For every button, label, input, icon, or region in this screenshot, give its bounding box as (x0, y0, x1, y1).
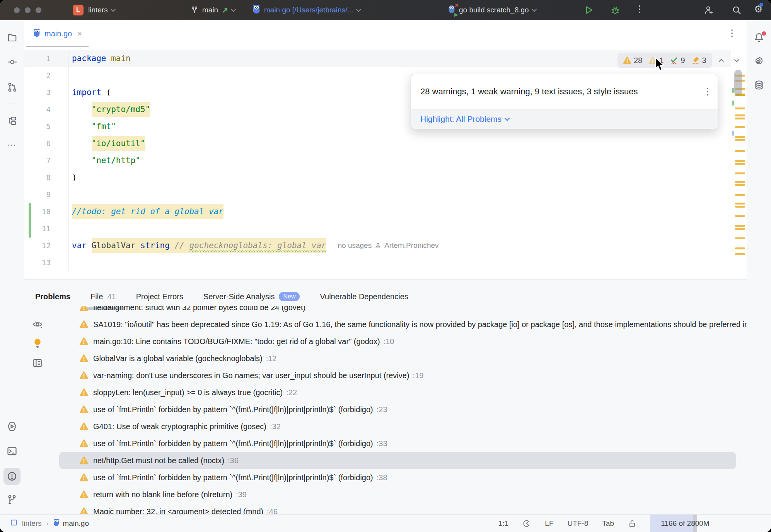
code-line-12[interactable]: 12var GlobalVar string // gochecknogloba… (24, 237, 731, 254)
close-icon[interactable]: × (77, 29, 82, 38)
problem-row[interactable]: Magic number: 32, in <argument> detected… (24, 503, 747, 514)
inspection-widget[interactable]: 28 1 9 3 (617, 53, 743, 68)
warning-stripe-mark[interactable] (735, 228, 745, 230)
structure-icon[interactable] (3, 112, 20, 129)
vcs-stripe-mark[interactable] (732, 88, 734, 93)
code-line-13[interactable]: 13 (24, 254, 731, 271)
run-tool-window-icon[interactable] (3, 418, 20, 435)
inspections-status-icon[interactable] (522, 519, 531, 528)
caret-position[interactable]: 1:1 (498, 519, 508, 528)
problem-row[interactable]: GlobalVar is a global variable (gocheckn… (24, 350, 747, 367)
traffic-light-close[interactable] (14, 7, 20, 13)
project-folder-icon[interactable] (3, 29, 20, 46)
problem-row[interactable]: use of `fmt.Println` forbidden by patter… (24, 469, 747, 486)
warning-stripe-mark[interactable] (735, 163, 745, 165)
settings-gear-icon[interactable]: ⚙ (754, 3, 762, 15)
warning-stripe-mark[interactable] (735, 150, 745, 152)
panel-title[interactable]: Problems (35, 292, 70, 301)
run-configuration-widget[interactable]: × ▶ go build scratch_8.go (448, 0, 536, 20)
code-line-7[interactable]: 7 "net/http" (24, 152, 731, 169)
info-stripe-mark[interactable] (732, 131, 734, 136)
warning-stripe-mark[interactable] (735, 237, 745, 239)
traffic-light-minimize[interactable] (25, 7, 31, 13)
warning-stripe-mark[interactable] (735, 181, 745, 183)
warning-stripe-mark[interactable] (735, 184, 745, 186)
problem-row[interactable]: SA1019: "io/ioutil" has been deprecated … (24, 316, 747, 333)
code-line-11[interactable]: 11 (24, 220, 731, 237)
warning-stripe-mark[interactable] (735, 253, 745, 255)
scrollbar-thumb[interactable] (734, 70, 742, 96)
warning-stripe-mark[interactable] (735, 203, 745, 205)
tab-file[interactable]: File41 (90, 288, 116, 305)
line-ending-selector[interactable]: LF (545, 519, 553, 528)
project-badge[interactable]: L (73, 5, 84, 15)
breadcrumb-file[interactable]: main.go (53, 518, 89, 529)
breadcrumb-project[interactable]: linters (22, 519, 42, 528)
problem-row[interactable]: G401: Use of weak cryptographic primitiv… (24, 418, 747, 435)
warning-stripe-mark[interactable] (735, 139, 745, 141)
problems-tool-window-icon[interactable] (3, 468, 20, 485)
problem-row[interactable]: var-naming: don't use underscores in Go … (24, 367, 747, 384)
next-problem-button[interactable] (731, 55, 743, 66)
warning-stripe-mark[interactable] (735, 247, 745, 249)
add-user-button[interactable] (704, 5, 714, 15)
encoding-selector[interactable]: UTF-8 (568, 519, 588, 528)
problem-row[interactable]: sloppyLen: len(user_input) >= 0 is alway… (24, 384, 747, 401)
code-line-6[interactable]: 6 "io/ioutil" (24, 135, 731, 152)
problem-row[interactable]: fieldalignment: struct with 32 pointer b… (24, 306, 747, 316)
database-icon[interactable] (751, 77, 768, 94)
highlight-level-selector[interactable]: Highlight: All Problems (411, 109, 718, 129)
popup-kebab-icon[interactable] (707, 88, 708, 95)
typos-stat[interactable]: 9 (670, 56, 685, 65)
error-stripe[interactable] (732, 47, 747, 279)
warning-stripe-mark[interactable] (735, 194, 745, 196)
editor[interactable]: 1package main23import (4 "crypto/md5"5 "… (24, 47, 747, 279)
problem-row[interactable]: use of `fmt.Println` forbidden by patter… (24, 401, 747, 418)
search-icon[interactable] (732, 5, 742, 15)
warnings-stat[interactable]: 28 (623, 56, 642, 65)
tab-main-go[interactable]: main.go × (29, 20, 86, 47)
vcs-widget[interactable]: main ↗ (190, 0, 235, 20)
warning-stripe-mark[interactable] (735, 136, 745, 138)
commit-icon[interactable] (3, 53, 20, 70)
problem-row[interactable]: main.go:10: Line contains TODO/BUG/FIXME… (24, 333, 747, 350)
run-button[interactable] (584, 5, 594, 15)
notifications-bell-icon[interactable] (751, 29, 768, 46)
warning-stripe-mark[interactable] (735, 225, 745, 227)
indent-selector[interactable]: Tab (602, 519, 614, 528)
warning-stripe-mark[interactable] (735, 114, 745, 116)
tab-server-side-analysis[interactable]: Server-Side AnalysisNew (203, 288, 300, 305)
tab-project-errors[interactable]: Project Errors (136, 288, 183, 305)
warning-stripe-mark[interactable] (735, 206, 745, 208)
warning-stripe-mark[interactable] (735, 160, 745, 162)
previous-problem-button[interactable] (716, 55, 727, 66)
warning-stripe-mark[interactable] (735, 118, 745, 119)
warning-stripe-mark[interactable] (735, 172, 745, 174)
memory-indicator[interactable]: 1166 of 2800M (650, 515, 720, 532)
warning-stripe-mark[interactable] (735, 126, 745, 128)
unlocked-padlock-icon[interactable] (628, 519, 636, 528)
git-tool-window-icon[interactable] (3, 491, 20, 508)
problem-row[interactable]: net/http.Get must not be called (noctx):… (24, 452, 747, 469)
style-issues-stat[interactable]: 3 (691, 56, 706, 65)
project-widget[interactable]: linters (88, 0, 115, 20)
code-line-8[interactable]: 8) (24, 169, 731, 186)
ai-assistant-icon[interactable] (751, 52, 768, 69)
tool-window-widget-icon[interactable] (10, 519, 17, 528)
inlay-hint[interactable]: no usagesArtem.Pronichev (338, 241, 438, 250)
warning-stripe-mark[interactable] (735, 107, 745, 109)
problem-row[interactable]: return with no blank line before (nlretu… (24, 486, 747, 503)
vcs-stripe-mark[interactable] (732, 101, 734, 106)
more-actions-button[interactable] (639, 5, 640, 13)
traffic-light-zoom[interactable] (36, 7, 41, 13)
code-line-10[interactable]: 10//todo: get rid of a global var (24, 203, 731, 220)
pull-requests-icon[interactable] (3, 78, 20, 95)
debug-button[interactable] (610, 5, 620, 15)
tab-options-kebab-icon[interactable] (731, 29, 733, 37)
tab-vulnerable-dependencies[interactable]: Vulnerable Dependencies (320, 288, 408, 305)
more-tool-windows-icon[interactable]: ⋯ (3, 136, 20, 153)
file-path-widget[interactable]: main.go [/Users/jetbrains/... (252, 0, 360, 20)
terminal-icon[interactable] (3, 443, 20, 460)
vcs-change-bar[interactable] (29, 203, 31, 238)
problem-row[interactable]: use of `fmt.Println` forbidden by patter… (24, 435, 747, 452)
